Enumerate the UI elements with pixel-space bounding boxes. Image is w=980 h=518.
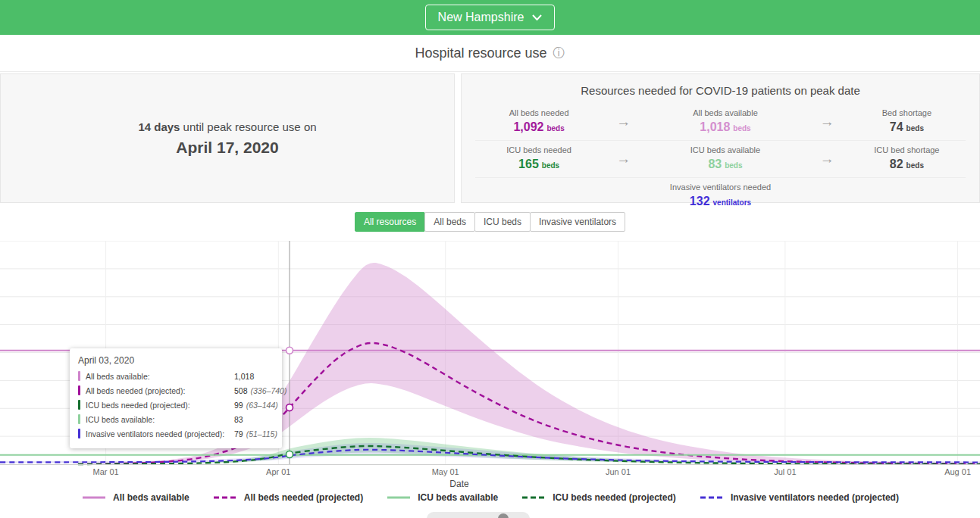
chevron-down-icon xyxy=(532,14,542,20)
region-selector-button[interactable]: New Hampshire xyxy=(425,5,556,30)
series-color-swatch xyxy=(78,371,80,381)
page-title: Hospital resource use xyxy=(415,45,546,61)
title-bar: Hospital resource use ⓘ xyxy=(0,35,980,72)
arrow-right-icon: → xyxy=(806,151,848,167)
tooltip-row: All beds needed (projected): 508 (336–74… xyxy=(78,385,274,395)
days-until-peak-text: 14 days until peak resource use on xyxy=(138,120,316,133)
days-until-peak-count: 14 days xyxy=(138,120,180,133)
svg-text:Apr 01: Apr 01 xyxy=(266,467,290,476)
tab-all-beds[interactable]: All beds xyxy=(424,212,475,232)
legend-line-sample xyxy=(386,495,412,500)
stat-all-beds-needed: All beds needed 1,092beds xyxy=(475,108,603,136)
stat-icu-bed-shortage: ICU bed shortage 82beds xyxy=(848,145,966,173)
peak-summary-panel: 14 days until peak resource use on April… xyxy=(0,73,455,203)
stat-all-beds-available: All beds available 1,018beds xyxy=(644,108,806,136)
tooltip-row: All beds available: 1,018 xyxy=(78,371,274,381)
resources-summary-panel: Resources needed for COVID-19 patients o… xyxy=(461,73,980,203)
legend-line-sample xyxy=(699,495,725,500)
series-color-swatch xyxy=(78,385,80,395)
arrow-right-icon: → xyxy=(603,114,644,130)
partial-toggle-control[interactable] xyxy=(427,512,530,518)
svg-text:Jul 01: Jul 01 xyxy=(774,467,796,476)
resources-row-ventilators: Invasive ventilators needed 132ventilato… xyxy=(475,177,966,214)
legend-line-sample xyxy=(521,495,546,500)
stat-bed-shortage: Bed shortage 74beds xyxy=(848,108,966,136)
resources-row-icu-beds: ICU beds needed 165beds → ICU beds avail… xyxy=(475,140,966,177)
page-header: New Hampshire xyxy=(0,0,980,35)
hospital-resource-chart[interactable]: Mar 01Apr 01May 01Jun 01Jul 01Aug 01Date… xyxy=(0,241,980,489)
tooltip-row: ICU beds available: 83 xyxy=(78,414,274,424)
legend-icu-beds-needed: ICU beds needed (projected) xyxy=(521,492,676,503)
svg-text:May 01: May 01 xyxy=(432,467,459,476)
stat-icu-beds-available: ICU beds available 83beds xyxy=(644,145,806,173)
series-color-swatch xyxy=(78,400,80,410)
svg-text:Aug 01: Aug 01 xyxy=(944,467,971,476)
peak-date: April 17, 2020 xyxy=(176,139,278,157)
legend-line-sample xyxy=(81,495,107,500)
legend-all-beds-available: All beds available xyxy=(81,492,189,503)
series-color-swatch xyxy=(78,429,80,438)
tooltip-date: April 03, 2020 xyxy=(78,355,274,366)
tab-all-resources[interactable]: All resources xyxy=(355,212,425,232)
stat-icu-beds-needed: ICU beds needed 165beds xyxy=(475,145,603,173)
series-color-swatch xyxy=(78,414,80,424)
toggle-knob xyxy=(498,513,509,518)
svg-text:Mar 01: Mar 01 xyxy=(92,467,118,476)
svg-text:Date: Date xyxy=(449,479,469,489)
arrow-right-icon: → xyxy=(806,114,848,130)
chart-tooltip: April 03, 2020 All beds available: 1,018… xyxy=(70,348,282,448)
tooltip-row: ICU beds needed (projected): 99 (63–144) xyxy=(78,400,274,410)
stat-ventilators-needed: Invasive ventilators needed 132ventilato… xyxy=(670,183,771,210)
resource-tabs: All resources All beds ICU beds Invasive… xyxy=(0,212,980,232)
svg-text:Jun 01: Jun 01 xyxy=(606,467,631,476)
chart-legend: All beds available All beds needed (proj… xyxy=(0,492,980,503)
legend-line-sample xyxy=(212,495,238,500)
legend-icu-beds-available: ICU beds available xyxy=(386,492,498,503)
legend-all-beds-needed: All beds needed (projected) xyxy=(212,492,363,503)
arrow-right-icon: → xyxy=(603,151,644,167)
resources-panel-title: Resources needed for COVID-19 patients o… xyxy=(475,80,966,104)
tooltip-row: Invasive ventilators needed (projected):… xyxy=(78,429,274,438)
region-selector-label: New Hampshire xyxy=(438,11,524,24)
tab-icu-beds[interactable]: ICU beds xyxy=(474,212,531,232)
tab-invasive-ventilators[interactable]: Invasive ventilators xyxy=(530,212,625,232)
info-icon[interactable]: ⓘ xyxy=(553,47,565,59)
legend-ventilators-needed: Invasive ventilators needed (projected) xyxy=(699,492,899,503)
resources-row-all-beds: All beds needed 1,092beds → All beds ava… xyxy=(475,104,966,140)
summary-panels: 14 days until peak resource use on April… xyxy=(0,73,980,203)
